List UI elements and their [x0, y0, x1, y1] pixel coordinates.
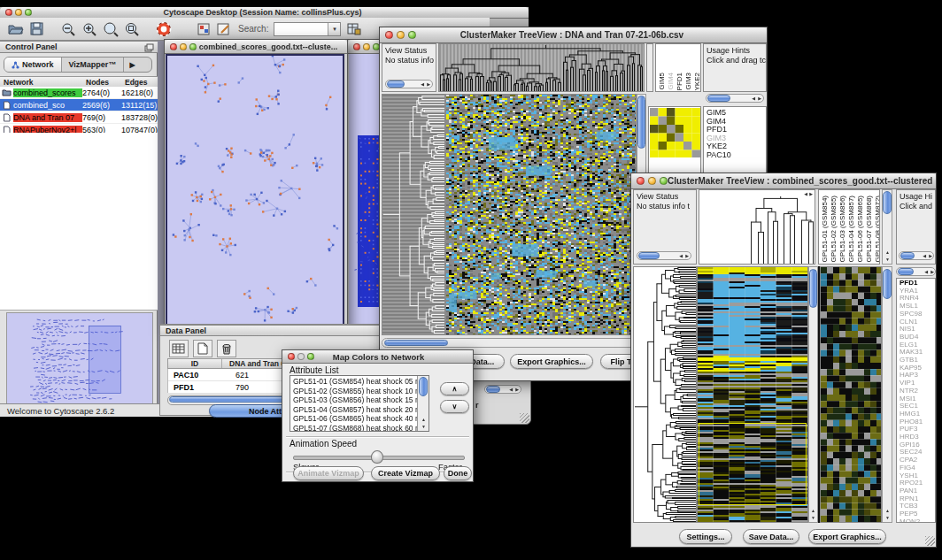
- tv2-genes-hscrollbar[interactable]: ◀▶: [896, 267, 936, 276]
- minimize-button[interactable]: [180, 43, 187, 50]
- tv2-export-graphics-button[interactable]: Export Graphics...: [808, 529, 886, 544]
- help-icon[interactable]: [156, 21, 172, 37]
- animate-vizmap-button[interactable]: Animate Vizmap: [293, 466, 364, 480]
- zoom-button[interactable]: [408, 31, 416, 39]
- resize-grip[interactable]: [520, 413, 529, 423]
- minimize-button[interactable]: [363, 43, 370, 50]
- network-table-row[interactable]: combined_sco2569(6)13112(15): [0, 99, 158, 111]
- minimize-button[interactable]: [648, 177, 656, 185]
- close-button[interactable]: [385, 31, 393, 39]
- network1-titlebar[interactable]: combined_scores_good.txt--cluste...: [165, 40, 347, 54]
- float-panel-icon[interactable]: [144, 43, 154, 52]
- vscroll-thumb[interactable]: [883, 269, 892, 299]
- vscroll-thumb[interactable]: [637, 96, 645, 149]
- select-attributes-icon[interactable]: [169, 340, 189, 357]
- attribute-item[interactable]: GPL51-06 (GSM865) heat shock 40 min: [290, 414, 429, 424]
- search-input[interactable]: ▾: [274, 22, 341, 36]
- tv2-column-label[interactable]: GPL51-06 (GSM865): [856, 196, 864, 263]
- network1-canvas[interactable]: [167, 56, 343, 327]
- attribute-item[interactable]: GPL51-07 (GSM868) heat shock 60 min: [290, 424, 429, 433]
- tv1-row-dendrogram-pane[interactable]: [382, 94, 445, 335]
- tv1-usage-scrollbar[interactable]: ◀▶: [706, 94, 764, 103]
- attribute-list-vscrollbar[interactable]: ▲▼: [417, 376, 429, 431]
- col-id[interactable]: ID: [168, 359, 222, 368]
- fragment-scrollbar[interactable]: ◀▶: [484, 385, 521, 394]
- attribute-item[interactable]: GPL51-03 (GSM856) heat shock 15 min: [290, 395, 429, 405]
- zoom-selected-icon[interactable]: [103, 21, 119, 37]
- move-up-button[interactable]: ∧: [440, 382, 469, 395]
- attribute-item[interactable]: GPL51-02 (GSM855) heat shock 10 min: [290, 387, 429, 396]
- zoom-button[interactable]: [189, 43, 197, 50]
- tv1-zoom-heatmap-canvas[interactable]: [650, 108, 700, 157]
- search-dropdown-arrow[interactable]: ▾: [328, 23, 340, 35]
- tv1-export-graphics-button[interactable]: Export Graphics...: [510, 354, 593, 369]
- network-overview[interactable]: [6, 312, 153, 412]
- col-network[interactable]: Network: [0, 78, 86, 87]
- zoom-out-icon[interactable]: [60, 21, 76, 37]
- close-button[interactable]: [288, 353, 295, 360]
- tv2-column-dendrogram-pane[interactable]: ◀▶: [699, 189, 815, 265]
- attribute-item[interactable]: GPL51-01 (GSM854) heat shock 05 min: [290, 377, 429, 387]
- network-table-row[interactable]: DNA and Tran 07769(0)183728(0): [0, 111, 158, 124]
- tab-network[interactable]: Network: [4, 58, 62, 72]
- zoom-in-icon[interactable]: [81, 21, 97, 37]
- tv1-heatmap-pane[interactable]: [445, 94, 637, 335]
- close-button[interactable]: [170, 43, 177, 50]
- vscroll-thumb[interactable]: [809, 269, 817, 308]
- tv1-column-label[interactable]: YKE2: [693, 73, 701, 90]
- tv2-zoom-pane[interactable]: [820, 266, 882, 523]
- move-down-button[interactable]: ∨: [440, 400, 469, 413]
- delete-attribute-icon[interactable]: [217, 340, 236, 357]
- open-file-icon[interactable]: [7, 21, 24, 36]
- network-table-row[interactable]: combined_scores2764(0)16218(0): [0, 87, 158, 99]
- minimize-button[interactable]: [397, 31, 405, 39]
- tv1-column-dendrogram-canvas[interactable]: [439, 44, 644, 91]
- zoom-button[interactable]: [660, 177, 668, 185]
- tv2-heatmap-pane[interactable]: [697, 266, 808, 523]
- tv1-splitter[interactable]: [646, 43, 653, 92]
- tv2-row-dendrogram-canvas[interactable]: [634, 267, 696, 522]
- tv2-column-label[interactable]: GPL51-04 (GSM857): [847, 196, 855, 263]
- tv1-column-dendrogram-pane[interactable]: [438, 43, 645, 92]
- treeview2-titlebar[interactable]: ClusterMaker TreeView : combined_scores_…: [631, 173, 936, 189]
- tv2-column-dendrogram-canvas[interactable]: [699, 190, 815, 264]
- col-edges[interactable]: Edges: [125, 78, 158, 87]
- tv2-row-dendrogram-pane[interactable]: [633, 266, 697, 523]
- tv1-column-label[interactable]: GIM5: [658, 73, 666, 90]
- zoom-button[interactable]: [307, 353, 314, 360]
- tv2-labels-vscrollbar[interactable]: ▲▼: [882, 189, 892, 265]
- tv2-column-label[interactable]: GPL51-02 (GSM855): [830, 196, 838, 263]
- vscroll-thumb[interactable]: [419, 377, 428, 396]
- tv1-column-label[interactable]: PFD1: [676, 73, 683, 90]
- minimize-button[interactable]: [15, 9, 22, 16]
- minimize-button[interactable]: [297, 353, 305, 360]
- tv1-heatmap-canvas[interactable]: [446, 95, 636, 334]
- close-button[interactable]: [353, 43, 360, 50]
- tv2-column-label[interactable]: GPL51-08 (GSM872): [874, 196, 880, 263]
- tv1-row-dendrogram-canvas[interactable]: [382, 95, 444, 334]
- tv2-usage-scrollbar[interactable]: ◀▶: [899, 251, 934, 260]
- tv2-save-data-button[interactable]: Save Data...: [743, 529, 799, 544]
- done-button[interactable]: Done: [444, 466, 472, 480]
- tab-vizmapper[interactable]: VizMapper™: [62, 58, 125, 72]
- tv1-column-label[interactable]: GIM3: [684, 73, 692, 90]
- tab-overflow-arrow[interactable]: ▶: [124, 58, 140, 72]
- tv1-status-scrollbar[interactable]: ◀▶: [385, 80, 433, 88]
- annotation-icon[interactable]: [216, 22, 231, 36]
- panel-toggle-icon[interactable]: [197, 22, 211, 36]
- new-attribute-icon[interactable]: [193, 340, 212, 357]
- tv1-gene-label[interactable]: PAC10: [704, 151, 766, 160]
- close-button[interactable]: [5, 9, 12, 16]
- tv2-settings-button[interactable]: Settings...: [679, 529, 732, 544]
- zoom-fit-icon[interactable]: [124, 21, 140, 37]
- create-vizmap-button[interactable]: Create Vizmap: [371, 466, 440, 480]
- col-nodes[interactable]: Nodes: [86, 78, 125, 87]
- vscroll-thumb[interactable]: [883, 191, 892, 214]
- tv2-column-label[interactable]: GPL51-01 (GSM854): [821, 196, 829, 263]
- network-overview-canvas[interactable]: [7, 313, 151, 410]
- dialog-titlebar[interactable]: Map Colors to Network: [282, 350, 473, 364]
- resize-grip[interactable]: [925, 536, 935, 546]
- tv2-heatmap-vscrollbar[interactable]: ▲▼: [808, 266, 818, 523]
- tv2-zoom-vscrollbar[interactable]: ▲▼: [882, 266, 892, 523]
- attribute-listbox[interactable]: GPL51-01 (GSM854) heat shock 05 minGPL51…: [290, 375, 429, 432]
